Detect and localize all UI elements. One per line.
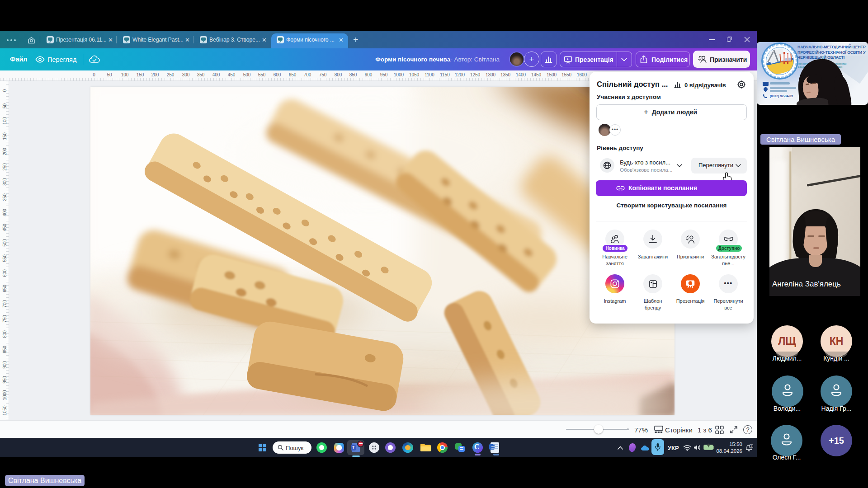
svg-text:Z: Z bbox=[750, 445, 752, 448]
